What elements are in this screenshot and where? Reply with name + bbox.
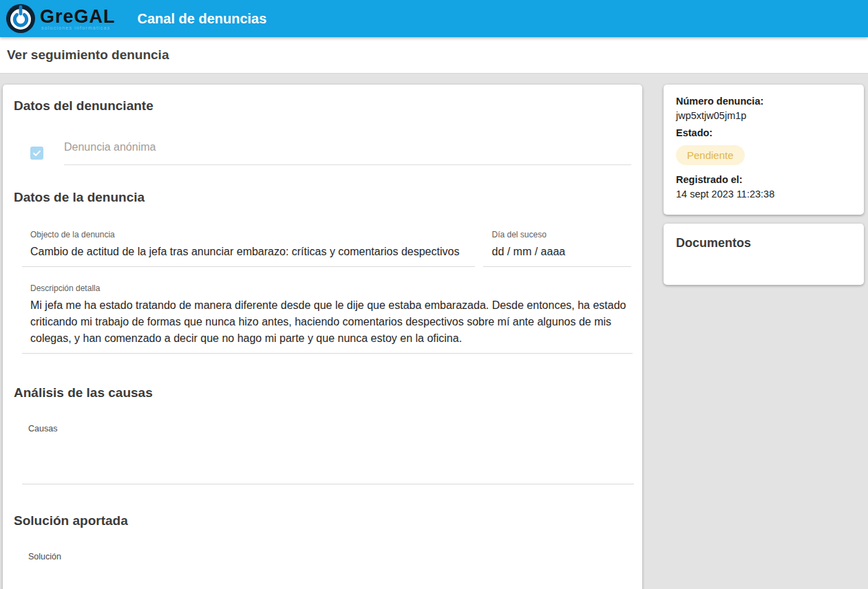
- brand-subtitle: soluciones informáticas: [41, 25, 116, 30]
- causes-label: Causas: [28, 424, 634, 433]
- page-subheader: Ver seguimiento denuncia: [0, 37, 868, 74]
- number-value: jwp5xtjw05jm1p: [676, 110, 851, 121]
- status-badge: Pendiente: [676, 145, 745, 165]
- registered-value: 14 sept 2023 11:23:38: [676, 189, 851, 200]
- description-value[interactable]: Mi jefa me ha estado tratando de manera …: [30, 297, 633, 347]
- solution-field[interactable]: Solución: [22, 552, 634, 589]
- content-area: Datos del denunciante Denuncia anónima D…: [0, 74, 868, 589]
- complaint-form-card: Datos del denunciante Denuncia anónima D…: [3, 85, 642, 589]
- registered-label: Registrado el:: [676, 174, 851, 185]
- date-field[interactable]: Día del suceso dd / mm / aaaa: [483, 230, 631, 267]
- brand-logo: GreGAL soluciones informáticas: [6, 3, 116, 34]
- section-title-analisis: Análisis de las causas: [14, 385, 631, 400]
- section-title-denunciante: Datos del denunciante: [14, 98, 631, 114]
- anonymous-row: Denuncia anónima: [30, 141, 631, 165]
- brand-name: GreGAL: [40, 8, 116, 25]
- object-label: Objecto de la denuncia: [30, 230, 475, 239]
- side-column: Número denuncia: jwp5xtjw05jm1p Estado: …: [664, 85, 864, 285]
- date-label: Día del suceso: [491, 230, 631, 239]
- app-title: Canal de denuncias: [138, 11, 267, 27]
- date-value[interactable]: dd / mm / aaaa: [491, 244, 631, 260]
- description-field[interactable]: Descripción detalla Mi jefa me ha estado…: [22, 283, 633, 354]
- page-title: Ver seguimiento denuncia: [7, 47, 169, 63]
- documents-card: Documentos: [664, 224, 864, 285]
- object-value[interactable]: Cambio de actitud de la jefa tras anunci…: [30, 244, 475, 260]
- number-label: Número denuncia:: [676, 96, 851, 107]
- anonymous-label: Denuncia anónima: [64, 141, 156, 153]
- causes-field[interactable]: Causas: [22, 424, 634, 484]
- status-label: Estado:: [676, 127, 851, 138]
- gregal-logo-icon: [6, 3, 36, 34]
- description-label: Descripción detalla: [30, 283, 633, 293]
- section-title-solucion: Solución aportada: [14, 513, 631, 528]
- object-field[interactable]: Objecto de la denuncia Cambio de actitud…: [22, 230, 475, 267]
- documents-title: Documentos: [676, 236, 851, 250]
- anonymous-field: Denuncia anónima: [64, 141, 631, 165]
- checkmark-icon: [32, 149, 41, 158]
- solution-label: Solución: [28, 552, 634, 561]
- section-title-denuncia: Datos de la denuncia: [14, 190, 631, 205]
- anonymous-checkbox[interactable]: [30, 147, 43, 160]
- app-header: GreGAL soluciones informáticas Canal de …: [0, 0, 868, 37]
- complaint-fields-row: Objecto de la denuncia Cambio de actitud…: [22, 230, 631, 267]
- status-card: Número denuncia: jwp5xtjw05jm1p Estado: …: [664, 85, 864, 215]
